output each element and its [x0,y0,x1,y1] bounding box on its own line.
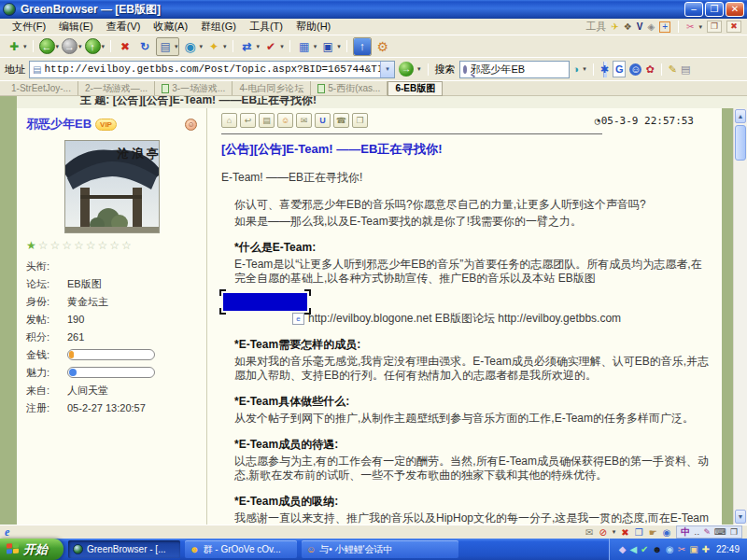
tiles-button[interactable]: ▦▾ [296,38,317,55]
new-tab-button[interactable]: ✚▾ [6,38,27,55]
menu-view[interactable]: 查看(V) [100,20,148,34]
ad-block-icon[interactable]: ⊘ [599,527,606,538]
tray-back-icon[interactable]: ◀ [629,539,637,560]
task-msn-chat[interactable]: ☺ 与• 小鲤鲤'会话中 [302,540,458,558]
wand-button[interactable]: ✦▾ [205,38,227,55]
upload-button[interactable]: ↑ [353,37,372,56]
forward-button[interactable]: →▾ [62,38,82,54]
tray-msn-icon[interactable]: ◉ [666,539,674,560]
note-button[interactable]: ▤ [259,113,275,128]
google-icon[interactable]: G [613,61,627,77]
refresh-button[interactable]: ↻ [136,38,153,55]
spellcheck-dropdown[interactable]: ▾ [280,43,284,50]
boss-key-icon[interactable]: ✂ [686,21,694,32]
boss-key-dropdown[interactable]: ▾ [698,23,702,31]
maximize-button[interactable]: ❐ [705,2,724,17]
spellcheck-button[interactable]: ✔▾ [262,38,284,55]
status-mail-icon[interactable]: ✉ [585,527,593,538]
internet-dropdown[interactable]: ▾ [200,43,204,50]
highlighter-icon[interactable]: ✎ [669,62,677,77]
page-list-icon[interactable]: ▤ [681,62,690,77]
selected-image-placeholder[interactable] [223,293,307,311]
save-button[interactable]: ▣▾ [319,38,341,55]
tab-1[interactable]: 1-StrEetJoy-... [5,81,78,95]
scroll-track[interactable] [735,161,746,510]
tray-diamond-icon[interactable]: ◆ [619,539,627,560]
menu-favorites[interactable]: 收藏(A) [147,20,194,34]
scroll-thumb[interactable] [735,125,746,161]
scroll-down-button[interactable]: ▼ [735,510,746,524]
tray-security-icon[interactable]: ✚ [702,539,710,560]
menu-help[interactable]: 帮助(H) [289,20,337,34]
up-dropdown[interactable]: ▾ [102,43,106,50]
go-button[interactable]: → [399,62,414,77]
tray-qq-icon[interactable]: ☻ [652,539,662,560]
tab-5[interactable]: 5-西街(xas... [311,81,388,95]
save-dropdown[interactable]: ▾ [337,43,341,50]
address-input[interactable] [44,63,380,77]
search-engine-icon[interactable]: ◑ [573,62,580,77]
search-engine-dropdown[interactable]: ▾ [583,65,586,73]
diamond-icon[interactable]: ◈ [647,21,655,32]
language-bar[interactable]: 中 ‥ ✎ ⌨ ❐ [676,525,742,539]
close-child-button[interactable]: ✖ [726,21,741,33]
page-mode-button[interactable]: ▤▾ [156,37,179,56]
menu-tools[interactable]: 工具(T) [243,20,289,34]
vertical-scrollbar[interactable]: ▲ ▼ [733,108,747,525]
flower-icon[interactable]: ✿ [645,62,654,77]
ime-keyboard-icon[interactable]: ⌨ [714,527,726,537]
tab-2[interactable]: 2-一场游戏—... [78,81,155,95]
internet-button[interactable]: ◉▾ [182,38,204,55]
v-icon[interactable]: V [637,21,643,32]
menu-edit[interactable]: 编辑(E) [52,20,100,34]
ad-block-dropdown[interactable]: ▾ [613,528,616,536]
task-qq-group[interactable]: ☻ 群 - GrOoVe cOv... [185,540,297,558]
tray-antivirus-icon[interactable]: ✔ [641,539,648,560]
close-button[interactable]: ✕ [726,2,744,17]
tray-picture-icon[interactable]: ▣ [689,539,698,560]
address-dropdown[interactable]: ▾ [380,62,394,77]
pet-icon[interactable]: ❖ [624,21,632,32]
baidu-paw-icon[interactable]: ✱ [600,62,609,77]
settings-button[interactable]: ⚙ [374,38,391,55]
minimize-button[interactable]: – [684,2,703,17]
tray-clock[interactable]: 22:49 [716,544,740,554]
home-button[interactable]: ⌂ [221,113,237,128]
swap-dropdown[interactable]: ▾ [257,43,261,50]
menu-file[interactable]: 文件(F) [6,20,52,34]
reply-button[interactable]: ↩ [240,113,256,128]
address-field[interactable]: ▤ ▾ [29,61,395,78]
tray-scissors-icon[interactable]: ✂ [678,539,685,560]
back-dropdown[interactable]: ▾ [56,43,60,50]
task-greenbrowser[interactable]: GreenBrowser - [... [68,540,180,558]
contact-button[interactable]: ☎ [333,113,349,128]
page-mode-dropdown[interactable]: ▾ [175,43,178,50]
scroll-up-button[interactable]: ▲ [735,109,746,123]
forum-face-icon[interactable]: ☺ [629,63,641,76]
back-button[interactable]: ←▾ [39,38,60,54]
ime-options-icon[interactable]: ❐ [730,527,738,537]
add-panel-icon[interactable]: + [659,21,670,33]
status-close-icon[interactable]: ✖ [621,527,628,538]
search-field[interactable]: ▾ [459,61,570,78]
profile-button[interactable]: ☺ [277,113,293,128]
windows-cascade-icon[interactable]: ❐ [635,527,643,538]
hand-cursor-icon[interactable]: ☛ [649,527,657,538]
online-globe-icon[interactable]: ◉ [663,527,671,538]
forward-dropdown[interactable]: ▾ [78,43,82,50]
new-tab-dropdown[interactable]: ▾ [23,43,27,50]
copy-button[interactable]: ❐ [352,113,368,128]
up-button[interactable]: ↑▾ [85,38,106,54]
restore-child-button[interactable]: ❐ [707,21,722,33]
ime-chinese-icon[interactable]: 中 [681,525,690,539]
plane-icon[interactable]: ✈ [611,21,618,32]
ime-pen-icon[interactable]: ✎ [703,527,711,537]
stop-button[interactable]: ✖ [117,38,134,55]
tab-6-active[interactable]: 6-EB版图 [388,81,443,96]
username-link[interactable]: 邪恶少年EB [26,116,92,133]
go-dropdown[interactable]: ▾ [417,65,421,73]
tab-3[interactable]: 3-一场游戏... [155,81,233,95]
quote-button[interactable]: U [315,113,331,128]
tiles-dropdown[interactable]: ▾ [314,43,317,50]
start-button[interactable]: 开始 [0,539,63,560]
